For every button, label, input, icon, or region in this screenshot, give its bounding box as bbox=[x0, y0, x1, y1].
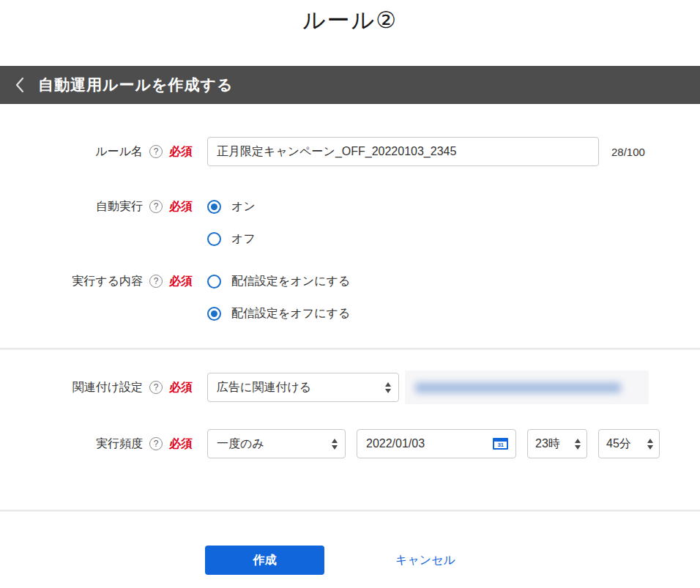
spinner-up-down-icon bbox=[332, 439, 338, 450]
help-icon[interactable]: ? bbox=[149, 145, 163, 158]
required-badge: 必須 bbox=[169, 199, 193, 215]
header-bar: 自動運用ルールを作成する bbox=[0, 66, 700, 104]
header-title: 自動運用ルールを作成する bbox=[38, 75, 233, 95]
radio-option-off[interactable]: オフ bbox=[207, 231, 256, 247]
association-label: 関連付け設定 bbox=[72, 380, 143, 395]
cancel-link[interactable]: キャンセル bbox=[395, 553, 455, 568]
association-select[interactable]: 広告に関連付ける bbox=[207, 373, 399, 402]
execute-content-label: 実行する内容 bbox=[72, 274, 143, 289]
form-row-association: 関連付け設定 ? 必須 広告に関連付ける bbox=[0, 371, 700, 404]
frequency-select[interactable]: 一度のみ bbox=[207, 429, 346, 458]
back-chevron-icon bbox=[15, 76, 25, 94]
spinner-up-down-icon bbox=[385, 382, 391, 393]
form-row-frequency: 実行頻度 ? 必須 一度のみ 2022/01/03 31 23時 45分 bbox=[0, 429, 700, 458]
back-button[interactable] bbox=[15, 76, 25, 94]
minute-value: 45分 bbox=[606, 436, 631, 452]
calendar-icon[interactable]: 31 bbox=[493, 438, 508, 450]
redacted-blur-bar bbox=[415, 382, 621, 393]
minute-stepper[interactable]: 45分 bbox=[598, 429, 660, 458]
page-title: ルール② bbox=[0, 0, 700, 37]
required-badge: 必須 bbox=[169, 274, 193, 289]
rule-name-label: ルール名 bbox=[95, 144, 143, 160]
help-icon[interactable]: ? bbox=[149, 200, 163, 213]
form-row-rule-name: ルール名 ? 必須 28/100 bbox=[0, 137, 700, 166]
radio-selected-icon bbox=[207, 307, 221, 321]
frequency-select-value: 一度のみ bbox=[217, 436, 264, 452]
radio-option-on[interactable]: オン bbox=[207, 198, 256, 215]
spinner-up-down-icon bbox=[575, 439, 581, 450]
date-value: 2022/01/03 bbox=[366, 437, 425, 450]
spinner-up-down-icon bbox=[647, 439, 653, 450]
radio-option-delivery-off[interactable]: 配信設定をオフにする bbox=[207, 305, 350, 321]
radio-selected-icon bbox=[207, 200, 221, 214]
form-row-execute-content: 実行する内容 ? 必須 配信設定をオンにする 配信設定をオフにする bbox=[0, 273, 700, 321]
hour-value: 23時 bbox=[535, 436, 560, 452]
required-badge: 必須 bbox=[169, 380, 193, 395]
form-row-auto-execute: 自動実行 ? 必須 オン オフ bbox=[0, 198, 700, 247]
required-badge: 必須 bbox=[169, 144, 193, 160]
calendar-day-text: 31 bbox=[498, 442, 504, 448]
auto-execute-label: 自動実行 bbox=[96, 199, 143, 215]
section-divider bbox=[0, 510, 700, 512]
action-bar: 作成 キャンセル bbox=[0, 546, 700, 575]
associated-ad-name-redacted bbox=[405, 371, 649, 404]
char-counter: 28/100 bbox=[611, 146, 645, 158]
date-input[interactable]: 2022/01/03 31 bbox=[357, 429, 516, 458]
help-icon[interactable]: ? bbox=[149, 381, 163, 394]
association-select-value: 広告に関連付ける bbox=[217, 380, 311, 395]
radio-unselected-icon bbox=[207, 275, 221, 289]
required-badge: 必須 bbox=[169, 436, 193, 452]
help-icon[interactable]: ? bbox=[149, 437, 163, 450]
hour-stepper[interactable]: 23時 bbox=[527, 429, 587, 458]
radio-unselected-icon bbox=[207, 232, 221, 246]
frequency-label: 実行頻度 bbox=[96, 436, 143, 452]
radio-label: オフ bbox=[231, 231, 256, 247]
help-icon[interactable]: ? bbox=[149, 275, 163, 288]
radio-label: オン bbox=[231, 199, 256, 215]
section-divider bbox=[0, 348, 700, 350]
rule-name-input[interactable] bbox=[207, 137, 599, 166]
radio-option-delivery-on[interactable]: 配信設定をオンにする bbox=[207, 273, 350, 289]
radio-label: 配信設定をオンにする bbox=[231, 274, 350, 289]
radio-label: 配信設定をオフにする bbox=[231, 306, 350, 321]
create-button[interactable]: 作成 bbox=[205, 546, 324, 575]
